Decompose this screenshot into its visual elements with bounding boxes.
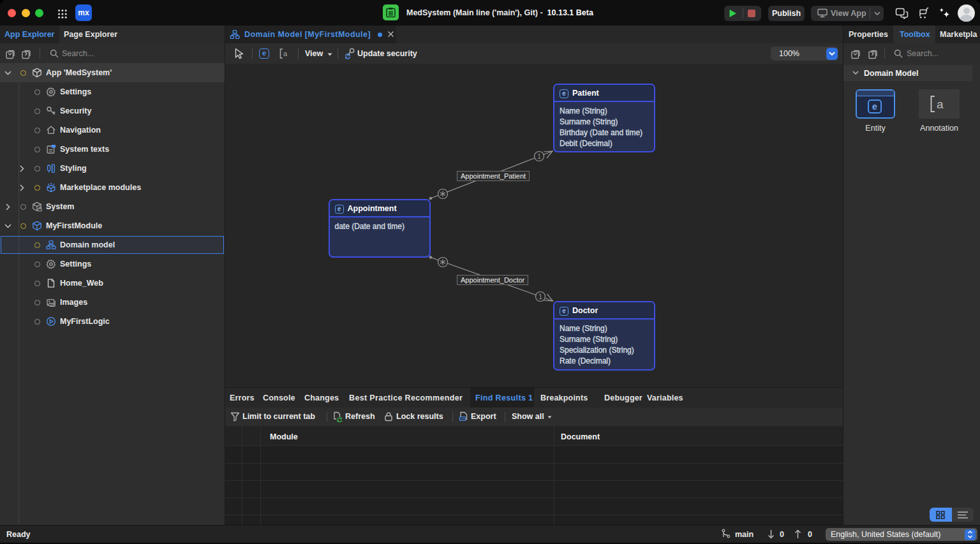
svg-text:a: a: [283, 50, 288, 57]
svg-text:a: a: [937, 98, 944, 111]
svg-text:csv: csv: [461, 417, 466, 420]
svg-text:1: 1: [538, 293, 542, 300]
svg-text:1: 1: [537, 153, 541, 160]
